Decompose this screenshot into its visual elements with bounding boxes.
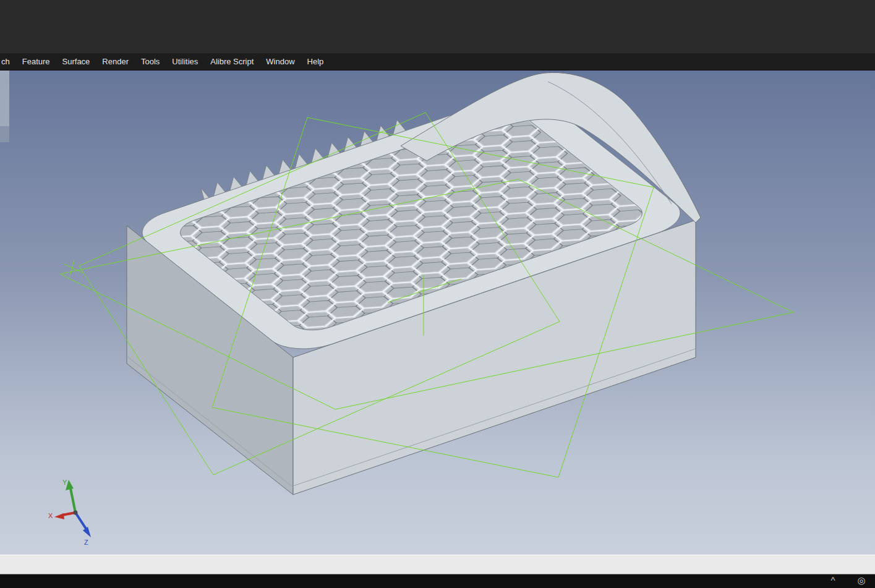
menu-item-render[interactable]: Render — [96, 53, 135, 70]
orientation-triad: Y X Z — [48, 479, 91, 546]
tray-target-icon[interactable]: ◎ — [855, 574, 868, 588]
plane-handle-marker[interactable] — [64, 260, 82, 276]
menu-item-utilities[interactable]: Utilities — [166, 53, 204, 70]
taskbar: ^ ◎ — [0, 574, 875, 588]
menu-item-surface[interactable]: Surface — [56, 53, 96, 70]
model-honeycomb-tray[interactable] — [127, 72, 701, 495]
y-axis-label: Y — [62, 479, 67, 486]
z-axis-arrowhead — [83, 527, 91, 537]
y-axis-arrow — [70, 488, 75, 513]
menu-bar: ch Feature Surface Render Tools Utilitie… — [0, 53, 875, 70]
z-axis-label: Z — [84, 539, 88, 546]
viewport-3d[interactable]: Y X Z — [0, 70, 875, 555]
3d-canvas[interactable]: Y X Z — [0, 70, 875, 555]
status-bar — [0, 555, 875, 574]
menu-item-alibre-script[interactable]: Alibre Script — [204, 53, 260, 70]
triad-origin — [74, 511, 78, 515]
menu-item-help[interactable]: Help — [301, 53, 330, 70]
menu-item-tools[interactable]: Tools — [135, 53, 166, 70]
title-bar — [0, 0, 875, 53]
menu-item-sketch[interactable]: ch — [0, 53, 16, 70]
x-axis-arrowhead — [54, 513, 64, 519]
chevron-up-icon[interactable]: ^ — [827, 574, 839, 588]
menu-item-window[interactable]: Window — [260, 53, 301, 70]
x-axis-label: X — [48, 512, 53, 519]
menu-item-feature[interactable]: Feature — [16, 53, 56, 70]
z-axis-arrow — [75, 513, 86, 529]
